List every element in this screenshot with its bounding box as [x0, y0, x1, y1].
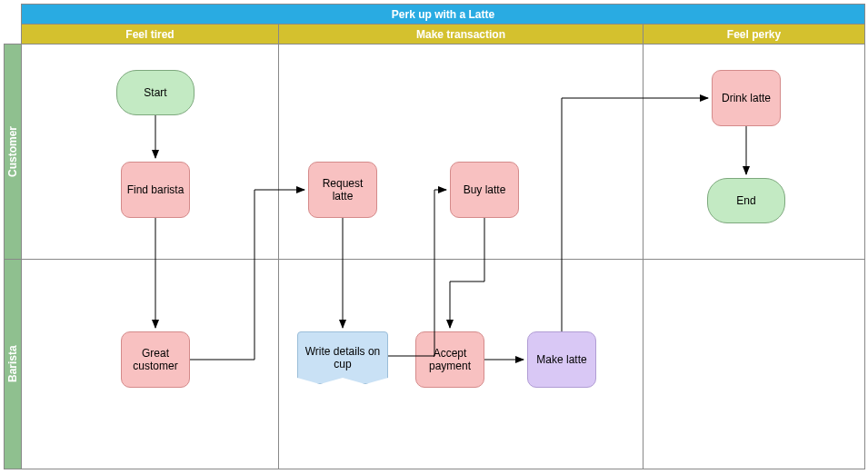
diagram-title: Perk up with a Latte — [21, 4, 865, 25]
node-accept-payment: Accept payment — [415, 331, 484, 388]
cell — [643, 259, 865, 469]
phase-header-1: Make transaction — [278, 24, 644, 45]
phase-header-0: Feel tired — [21, 24, 279, 45]
node-start: Start — [116, 70, 195, 115]
node-end: End — [707, 178, 785, 223]
lane-label-1: Barista — [4, 259, 22, 469]
node-buy-latte: Buy latte — [450, 162, 519, 218]
node-make-latte: Make latte — [527, 331, 596, 388]
phase-header-2: Feel perky — [643, 24, 865, 45]
node-great-customer: Great customer — [121, 331, 190, 388]
node-drink-latte: Drink latte — [712, 70, 781, 126]
lane-label-0: Customer — [4, 44, 22, 260]
node-find-barista: Find barista — [121, 162, 190, 218]
swimlane-diagram: Perk up with a Latte Feel tired Make tra… — [0, 0, 868, 474]
node-request-latte: Request latte — [308, 162, 377, 218]
cell — [278, 44, 644, 260]
node-write-details: Write details on cup — [297, 331, 388, 384]
